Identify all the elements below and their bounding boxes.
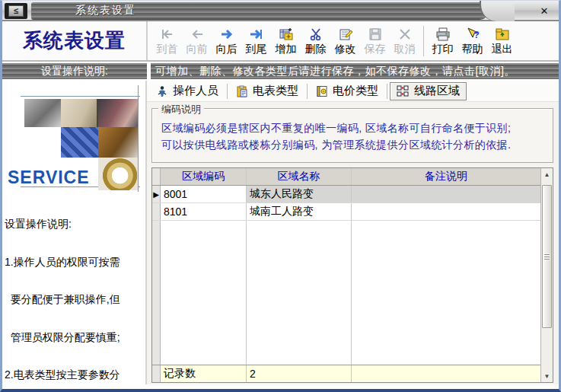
table-header-row: 区域编码 区域名称 备注说明: [152, 168, 540, 186]
table-footer-row: 记录数 2: [152, 365, 540, 382]
column-header-name[interactable]: 区域名称: [247, 168, 352, 185]
last-button[interactable]: 到尾: [241, 24, 271, 59]
photo-pocket-watch: [98, 158, 138, 190]
boxes-icon: [397, 85, 410, 97]
photo-watch-hand: [98, 127, 138, 158]
help-button[interactable]: ? 帮助: [457, 24, 487, 59]
groupbox-note-line2: 可以按供电线路或楼栋分别编码, 为管理系统提供分区域统计分析的依据.: [161, 136, 545, 153]
vertical-scrollbar[interactable]: ▲ ▼: [540, 168, 553, 382]
tab-label: 电价类型: [333, 84, 378, 98]
cell-region-note[interactable]: [352, 186, 540, 202]
table-empty-area: [152, 221, 540, 365]
empty-code-col: [161, 221, 247, 365]
scrollbar-track[interactable]: [541, 180, 553, 370]
save-icon: [368, 26, 382, 43]
exit-button[interactable]: 退出: [487, 24, 517, 59]
region-table: 区域编码 区域名称 备注说明 ▶ 8001 城东人民路变 8101 城南工人路变: [151, 167, 553, 383]
app-logo-icon: ≤: [8, 5, 24, 17]
groupbox-title: 编码说明: [158, 103, 204, 116]
instruction-line: 管理员权限分配要慎重;: [5, 331, 147, 344]
next-button[interactable]: 向后: [212, 24, 241, 59]
last-icon: [249, 26, 264, 43]
footer-indicator-cell: [152, 365, 161, 382]
toolbar-buttons: 到首 向前 向后 到尾: [148, 21, 517, 60]
service-label: SERVICE: [8, 167, 90, 188]
main-content: SERVICE 设置操作说明: 1.操作人员的权限可按需 要分配便于兼职操作,但…: [2, 81, 559, 384]
add-button[interactable]: 增加: [271, 24, 301, 59]
prev-icon: [190, 26, 205, 43]
table-row[interactable]: 8101 城南工人路变: [152, 203, 540, 221]
modify-icon: [338, 26, 353, 43]
left-sidebar: SERVICE 设置操作说明: 1.操作人员的权限可按需 要分配便于兼职操作,但…: [2, 81, 147, 384]
cell-region-note[interactable]: [352, 203, 540, 220]
person-icon: [156, 85, 168, 97]
title-band: 系统表设置: [31, 2, 488, 19]
empty-indicator-col: [152, 221, 161, 365]
hint-message: 可增加、删除、修改各类型后请进行保存，如不保存修改，请点击[取消]。: [151, 63, 559, 79]
save-button[interactable]: 保存: [360, 24, 390, 59]
service-collage: SERVICE: [2, 81, 147, 192]
toolbar: 系统表设置 到首 向前 向后: [2, 21, 559, 62]
instruction-line: 设置操作说明:: [5, 218, 147, 231]
tab-bar: 操作人员 电表类型 电价类型: [147, 81, 559, 102]
cell-region-name[interactable]: 城东人民路变: [247, 186, 352, 202]
record-count-value: 2: [247, 365, 352, 382]
row-indicator-cell: [152, 203, 161, 220]
instruction-line: 1.操作人员的权限可按需: [5, 256, 147, 269]
cancel-icon: [398, 26, 412, 43]
add-icon: [279, 26, 294, 43]
tab-label: 线路区域: [414, 84, 460, 98]
scrollbar-thumb[interactable]: [542, 185, 552, 328]
tab-operators[interactable]: 操作人员: [150, 82, 225, 100]
record-count-label: 记录数: [161, 365, 247, 382]
book-icon: [316, 85, 328, 97]
delete-button[interactable]: 删除: [301, 24, 330, 59]
column-header-code[interactable]: 区域编码: [161, 168, 247, 185]
cancel-button[interactable]: 取消: [390, 24, 419, 59]
groupbox-note-line1: 区域编码必须是辖区内不重复的唯一编码, 区域名称可自行命名便于识别;: [161, 120, 545, 136]
tab-meter-types[interactable]: 电表类型: [230, 82, 304, 100]
table-row[interactable]: ▶ 8001 城东人民路变: [152, 186, 540, 203]
scroll-down-arrow-icon[interactable]: ▼: [541, 370, 553, 382]
window-title: 系统表设置: [75, 4, 136, 18]
region-table-body: 区域编码 区域名称 备注说明 ▶ 8001 城东人民路变 8101 城南工人路变: [152, 168, 540, 382]
print-button[interactable]: 打印: [428, 24, 457, 59]
empty-name-col: [247, 221, 352, 365]
photo-keyboard: [61, 127, 98, 158]
first-icon: [160, 26, 175, 43]
tab-separator: [387, 84, 387, 99]
instruction-line: 要分配便于兼职操作,但: [5, 293, 147, 306]
help-icon: ?: [465, 26, 480, 43]
app-window: 系统表设置 ≤ ✕ 系统表设置 到首 向前: [0, 0, 561, 392]
close-button[interactable]: ✕: [536, 4, 553, 18]
photo-pen: [61, 99, 98, 127]
scroll-up-arrow-icon[interactable]: ▲: [541, 168, 553, 180]
collage-line-top: [21, 96, 140, 97]
toolbar-separator: [423, 26, 424, 56]
next-icon: [219, 26, 234, 43]
photo-pencils: [98, 99, 138, 127]
first-button[interactable]: 到首: [152, 24, 182, 59]
tab-separator: [307, 84, 308, 99]
tab-price-types[interactable]: 电价类型: [310, 82, 384, 100]
left-panel-header: 设置操作说明:: [2, 63, 147, 79]
cell-region-code[interactable]: 8001: [161, 186, 247, 202]
tab-label: 电表类型: [253, 84, 298, 98]
prev-button[interactable]: 向前: [182, 24, 212, 59]
title-curve-decor: [480, 1, 515, 21]
title-bar: 系统表设置 ≤ ✕: [2, 1, 559, 21]
column-header-note[interactable]: 备注说明: [352, 168, 540, 185]
code-description-groupbox: 编码说明 区域编码必须是辖区内不重复的唯一编码, 区域名称可自行命名便于识别; …: [151, 108, 553, 163]
delete-icon: [309, 26, 323, 43]
app-icon: ≤: [5, 3, 27, 19]
tab-separator: [227, 84, 228, 99]
cell-region-code[interactable]: 8101: [161, 203, 247, 220]
modify-button[interactable]: 修改: [330, 24, 360, 59]
instructions-text: 设置操作说明: 1.操作人员的权限可按需 要分配便于兼职操作,但 管理员权限分配…: [5, 193, 147, 384]
tab-line-regions[interactable]: 线路区域: [390, 82, 467, 100]
row-selected-marker: ▶: [152, 186, 161, 202]
footer-note-cell: [352, 365, 540, 382]
clipboard-icon: [236, 85, 248, 97]
cell-region-name[interactable]: 城南工人路变: [247, 203, 352, 220]
photo-tools: [24, 99, 61, 127]
